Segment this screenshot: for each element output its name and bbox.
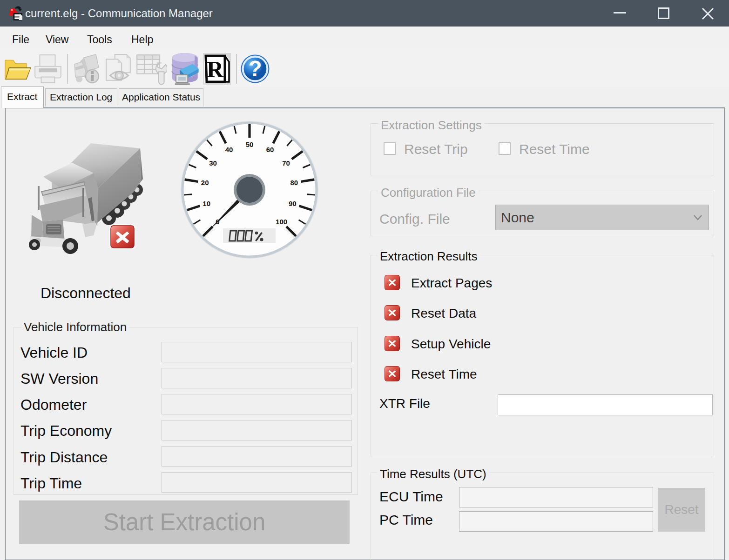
svg-text:50: 50 (246, 140, 254, 148)
svg-text:30: 30 (209, 159, 217, 167)
svg-text:40: 40 (225, 146, 233, 153)
svg-text:R: R (207, 56, 224, 82)
svg-text:20: 20 (201, 179, 209, 187)
svg-text:100: 100 (276, 218, 287, 226)
svg-text:90: 90 (289, 200, 297, 207)
svg-text:10: 10 (202, 200, 210, 207)
svg-text:60: 60 (266, 146, 274, 153)
svg-text:70: 70 (282, 159, 290, 167)
svg-text:80: 80 (290, 179, 298, 187)
svg-text:?: ? (248, 56, 262, 81)
